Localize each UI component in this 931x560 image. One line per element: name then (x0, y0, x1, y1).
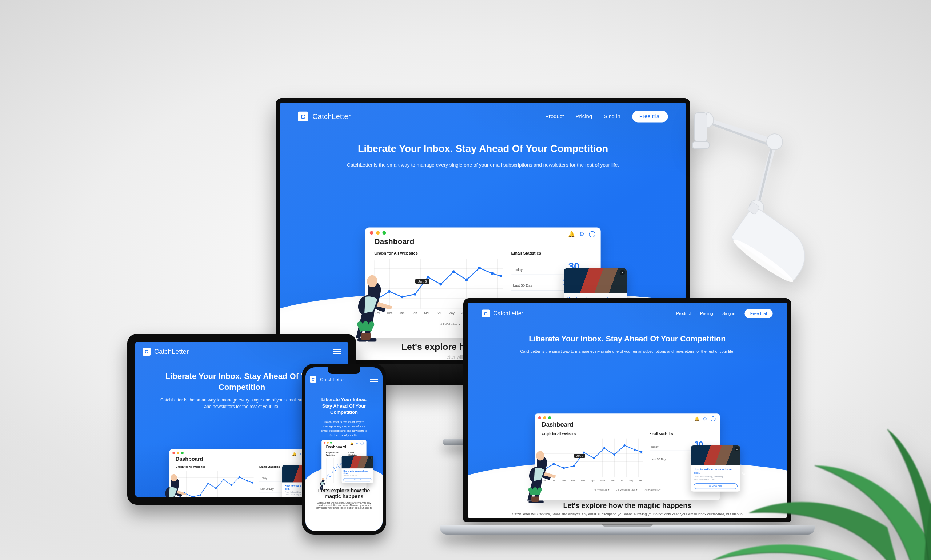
graph-section-label: Graph for All Websites (326, 452, 345, 456)
svg-point-40 (322, 478, 324, 480)
chart-tooltip: Jan, 8 (415, 279, 429, 284)
gear-icon[interactable]: ⚙ (579, 231, 585, 237)
desk-lamp (684, 87, 887, 291)
nav-product[interactable]: Product (676, 311, 691, 316)
brand-name: CatchLetter (320, 377, 345, 382)
hero-subtitle: CatchLetter is the smart way to manage e… (520, 348, 734, 354)
graph-section-label: Graph for All Websites (175, 465, 254, 468)
brand-logo-icon: C (482, 310, 489, 317)
month-label: Jul (620, 480, 623, 482)
dashboard-card: 🔔⚙ Dashboard Graph for All Websites Emai… (322, 440, 366, 489)
navbar: C CatchLetter Product Pricing Sing in Fr… (280, 103, 686, 131)
popup-title: How to write a press release doc.. (344, 470, 372, 474)
nav-product[interactable]: Product (545, 114, 564, 120)
plant-illustration (529, 486, 541, 502)
navbar: C CatchLetter (135, 342, 348, 362)
dashboard-card: 🔔⚙ Dashboard Graph for All Websites Emai… (169, 449, 314, 497)
svg-point-17 (573, 465, 575, 467)
brand-logo-icon: C (310, 376, 316, 383)
stat-today-label: Today (260, 477, 267, 480)
nav-signin[interactable]: Sing in (604, 114, 620, 120)
month-label: Jan (562, 480, 566, 482)
svg-point-43 (749, 200, 764, 215)
dashboard-title: Dashboard (365, 236, 600, 251)
bell-icon[interactable]: 🔔 (694, 416, 700, 422)
stats-section-label: Email Statistics (649, 432, 713, 435)
avatar-icon[interactable] (589, 231, 595, 237)
bell-icon[interactable]: 🔔 (350, 442, 354, 445)
hero: Liberate Your Inbox. Stay Ahead Of Your … (310, 387, 378, 441)
nav-free-trial-button[interactable]: Free trial (745, 309, 772, 318)
device-laptop: C CatchLetter Product Pricing Sing in Fr… (440, 298, 815, 535)
nav-pricing[interactable]: Pricing (576, 114, 592, 120)
month-label: Jan (400, 311, 405, 315)
brand[interactable]: C CatchLetter (143, 348, 189, 355)
svg-point-5 (440, 283, 442, 285)
hero-title: Liberate Your Inbox. Stay Ahead Of Your … (321, 396, 367, 415)
svg-rect-44 (695, 113, 707, 142)
gear-icon[interactable]: ⚙ (703, 416, 707, 422)
hero: Liberate Your Inbox. Stay Ahead Of Your … (509, 325, 745, 358)
dashboard-card: 🔔⚙ Dashboard Graph for All Websites Jan,… (535, 414, 720, 500)
hero-title: Liberate Your Inbox. Stay Ahead Of Your … (159, 371, 325, 392)
svg-point-32 (207, 482, 209, 484)
month-label: May (600, 480, 605, 482)
nav-links: Product Pricing Sing in Free trial (676, 309, 772, 318)
month-label: Sep (639, 480, 643, 482)
svg-rect-45 (692, 142, 709, 148)
svg-point-30 (192, 495, 193, 497)
hamburger-icon[interactable] (370, 377, 378, 382)
view-mail-button[interactable]: ✉ View mail (694, 483, 737, 489)
brand-name: CatchLetter (493, 310, 523, 317)
window-traffic-lights (365, 227, 600, 236)
svg-point-3 (414, 293, 416, 295)
popup-image (691, 445, 740, 465)
hero-subtitle: CatchLetter is the smart way to manage e… (321, 420, 367, 437)
person-illustration (158, 473, 190, 497)
brand[interactable]: C CatchLetter (482, 310, 523, 317)
nav-pricing[interactable]: Pricing (700, 311, 713, 316)
month-label: Mar (581, 480, 586, 482)
selector-platforms[interactable]: All Platforms (645, 488, 661, 491)
hamburger-icon[interactable] (333, 349, 341, 354)
svg-point-19 (593, 457, 596, 459)
hero-subtitle: CatchLetter is the smart way to manage e… (159, 397, 325, 410)
brand[interactable]: C CatchLetter (298, 112, 351, 122)
stat-30d-label: Last 30 Day (651, 457, 666, 461)
selector-tags[interactable]: All Websites tags (616, 488, 637, 491)
stat-today-label: Today (651, 445, 659, 448)
svg-point-8 (478, 266, 481, 269)
svg-point-42 (766, 134, 783, 150)
laptop-screen: C CatchLetter Product Pricing Sing in Fr… (468, 303, 787, 518)
hero-title: Liberate Your Inbox. Stay Ahead Of Your … (347, 142, 619, 155)
svg-point-16 (563, 467, 565, 469)
gear-icon[interactable]: ⚙ (356, 442, 359, 445)
nav-links: Product Pricing Sing in Free trial (545, 111, 668, 122)
svg-point-7 (465, 278, 468, 281)
phone-screen: C CatchLetter Liberate Your Inbox. Stay … (305, 367, 383, 531)
nav-signin[interactable]: Sing in (722, 311, 736, 316)
brand-logo-icon: C (298, 112, 308, 122)
selector-websites[interactable]: All Websites (594, 488, 609, 491)
bell-icon[interactable]: 🔔 (292, 452, 297, 456)
svg-point-39 (171, 474, 177, 481)
month-label: Apr (591, 480, 595, 482)
bell-icon[interactable]: 🔔 (568, 231, 575, 237)
popup-image (342, 455, 374, 468)
popup-title: How to write a press release doc.. (694, 468, 737, 475)
month-label: Mar (424, 311, 429, 315)
svg-point-2 (401, 295, 403, 298)
svg-point-4 (426, 275, 429, 278)
mail-popup: × How to write a press release doc..From… (691, 445, 740, 492)
nav-free-trial-button[interactable]: Free trial (632, 111, 668, 122)
svg-point-36 (239, 476, 240, 478)
month-label: Aug (629, 480, 633, 482)
brand[interactable]: C CatchLetter (310, 376, 345, 383)
chart-tooltip: Jan, 8 (574, 454, 585, 458)
avatar-icon[interactable] (711, 416, 716, 422)
dashboard-title: Dashboard (169, 455, 314, 465)
dashboard-top-icons: 🔔 ⚙ (568, 231, 595, 237)
view-mail-button[interactable]: View mail (344, 478, 372, 482)
brand-name: CatchLetter (154, 348, 189, 355)
avatar-icon[interactable] (361, 442, 364, 445)
